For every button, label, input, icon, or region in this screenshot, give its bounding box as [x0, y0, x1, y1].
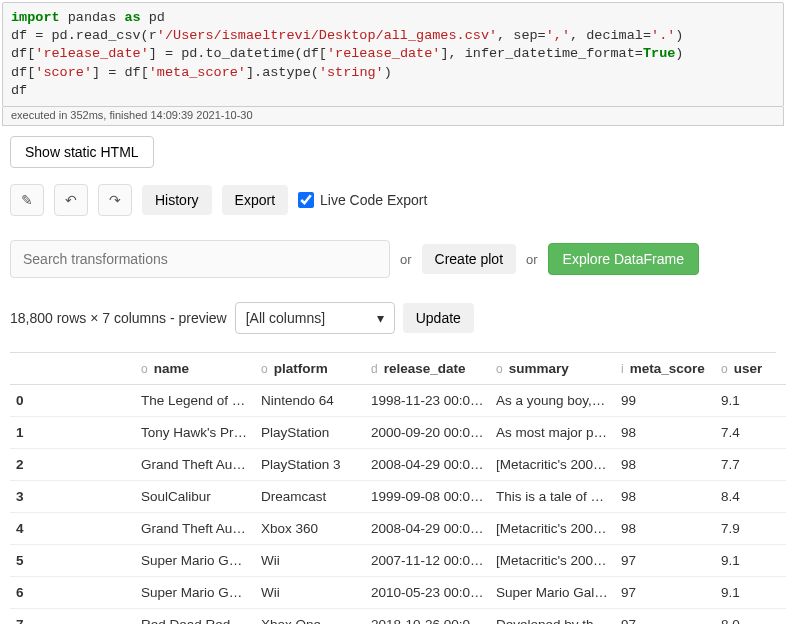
table-row[interactable]: 6Super Mario Gal…Wii2010-05-23 00:0…Supe…: [10, 577, 786, 609]
table-header-row: oname oplatform drelease_date osummary i…: [10, 353, 786, 385]
cell-release-date: 1999-09-08 00:0…: [365, 481, 490, 513]
table-row[interactable]: 3SoulCaliburDreamcast1999-09-08 00:0…Thi…: [10, 481, 786, 513]
history-button[interactable]: History: [142, 185, 212, 215]
redo-button[interactable]: ↷: [98, 184, 132, 216]
cell-summary: As a young boy, …: [490, 385, 615, 417]
row-index: 4: [10, 513, 135, 545]
cell-name: SoulCalibur: [135, 481, 255, 513]
show-static-html-button[interactable]: Show static HTML: [10, 136, 154, 168]
cell-name: Grand Theft Auto…: [135, 449, 255, 481]
toolbar: ✎ ↶ ↷ History Export Live Code Export: [0, 180, 786, 234]
cell-summary: Super Mario Gal…: [490, 577, 615, 609]
explore-dataframe-button[interactable]: Explore DataFrame: [548, 243, 699, 275]
index-header[interactable]: [10, 353, 135, 385]
cell-summary: This is a tale of s…: [490, 481, 615, 513]
cell-release-date: 2010-05-23 00:0…: [365, 577, 490, 609]
cell-name: Super Mario Gal…: [135, 577, 255, 609]
pencil-icon: ✎: [21, 192, 33, 208]
edit-button[interactable]: ✎: [10, 184, 44, 216]
cell-platform: Wii: [255, 545, 365, 577]
cell-user: 8.0: [715, 609, 786, 624]
cell-name: Red Dead Rede…: [135, 609, 255, 624]
cell-user: 7.4: [715, 417, 786, 449]
execution-status: executed in 352ms, finished 14:09:39 202…: [2, 107, 784, 126]
cell-platform: PlayStation 3: [255, 449, 365, 481]
cell-user: 9.1: [715, 577, 786, 609]
row-index: 2: [10, 449, 135, 481]
row-index: 5: [10, 545, 135, 577]
live-code-export-toggle[interactable]: Live Code Export: [298, 192, 427, 208]
cell-meta-score: 98: [615, 449, 715, 481]
dataframe-table-wrap: oname oplatform drelease_date osummary i…: [10, 352, 776, 624]
table-row[interactable]: 0The Legend of Z…Nintendo 641998-11-23 0…: [10, 385, 786, 417]
table-row[interactable]: 7Red Dead Rede…Xbox One2018-10-26 00:0…D…: [10, 609, 786, 624]
columns-selector[interactable]: [All columns] ▾: [235, 302, 395, 334]
cell-platform: Xbox 360: [255, 513, 365, 545]
table-row[interactable]: 5Super Mario Gal…Wii2007-11-12 00:0…[Met…: [10, 545, 786, 577]
export-button[interactable]: Export: [222, 185, 288, 215]
column-header-release-date[interactable]: drelease_date: [365, 353, 490, 385]
cell-name: Super Mario Gal…: [135, 545, 255, 577]
cell-name: The Legend of Z…: [135, 385, 255, 417]
code-cell[interactable]: import pandas as pd df = pd.read_csv(r'/…: [2, 2, 784, 107]
cell-release-date: 2000-09-20 00:0…: [365, 417, 490, 449]
create-plot-button[interactable]: Create plot: [422, 244, 516, 274]
cell-user: 9.1: [715, 545, 786, 577]
column-header-platform[interactable]: oplatform: [255, 353, 365, 385]
update-button[interactable]: Update: [403, 303, 474, 333]
column-header-name[interactable]: oname: [135, 353, 255, 385]
cell-platform: Dreamcast: [255, 481, 365, 513]
cell-release-date: 2008-04-29 00:0…: [365, 513, 490, 545]
rows-columns-label: 18,800 rows × 7 columns - preview: [10, 310, 227, 326]
row-index: 1: [10, 417, 135, 449]
column-header-user[interactable]: ouser: [715, 353, 786, 385]
cell-platform: Wii: [255, 577, 365, 609]
column-header-meta-score[interactable]: imeta_score: [615, 353, 715, 385]
cell-platform: Xbox One: [255, 609, 365, 624]
cell-platform: Nintendo 64: [255, 385, 365, 417]
cell-release-date: 1998-11-23 00:0…: [365, 385, 490, 417]
cell-summary: [Metacritic's 200…: [490, 545, 615, 577]
row-index: 7: [10, 609, 135, 624]
search-transformations-input[interactable]: [10, 240, 390, 278]
row-index: 6: [10, 577, 135, 609]
cell-summary: [Metacritic's 200…: [490, 513, 615, 545]
code-keyword-as: as: [124, 10, 140, 25]
row-index: 0: [10, 385, 135, 417]
cell-meta-score: 98: [615, 481, 715, 513]
cell-name: Grand Theft Auto…: [135, 513, 255, 545]
live-code-export-label: Live Code Export: [320, 192, 427, 208]
cell-meta-score: 97: [615, 577, 715, 609]
undo-button[interactable]: ↶: [54, 184, 88, 216]
cell-release-date: 2007-11-12 00:0…: [365, 545, 490, 577]
cell-summary: As most major p…: [490, 417, 615, 449]
columns-selected-value: [All columns]: [246, 310, 325, 326]
undo-icon: ↶: [65, 192, 77, 208]
column-header-summary[interactable]: osummary: [490, 353, 615, 385]
cell-name: Tony Hawk's Pro…: [135, 417, 255, 449]
redo-icon: ↷: [109, 192, 121, 208]
cell-user: 7.7: [715, 449, 786, 481]
table-row[interactable]: 1Tony Hawk's Pro…PlayStation2000-09-20 0…: [10, 417, 786, 449]
dataframe-table: oname oplatform drelease_date osummary i…: [10, 353, 786, 624]
transform-row: or Create plot or Explore DataFrame: [0, 234, 786, 298]
cell-user: 7.9: [715, 513, 786, 545]
cell-release-date: 2008-04-29 00:0…: [365, 449, 490, 481]
cell-summary: [Metacritic's 200…: [490, 449, 615, 481]
cell-user: 9.1: [715, 385, 786, 417]
or-label-2: or: [526, 252, 538, 267]
live-code-export-checkbox[interactable]: [298, 192, 314, 208]
code-keyword-import: import: [11, 10, 60, 25]
cell-release-date: 2018-10-26 00:0…: [365, 609, 490, 624]
table-row[interactable]: 4Grand Theft Auto…Xbox 3602008-04-29 00:…: [10, 513, 786, 545]
row-index: 3: [10, 481, 135, 513]
preview-row: 18,800 rows × 7 columns - preview [All c…: [0, 298, 786, 344]
caret-down-icon: ▾: [377, 310, 384, 326]
cell-meta-score: 97: [615, 545, 715, 577]
cell-meta-score: 98: [615, 417, 715, 449]
cell-summary: Developed by th…: [490, 609, 615, 624]
cell-platform: PlayStation: [255, 417, 365, 449]
table-row[interactable]: 2Grand Theft Auto…PlayStation 32008-04-2…: [10, 449, 786, 481]
cell-user: 8.4: [715, 481, 786, 513]
cell-meta-score: 98: [615, 513, 715, 545]
